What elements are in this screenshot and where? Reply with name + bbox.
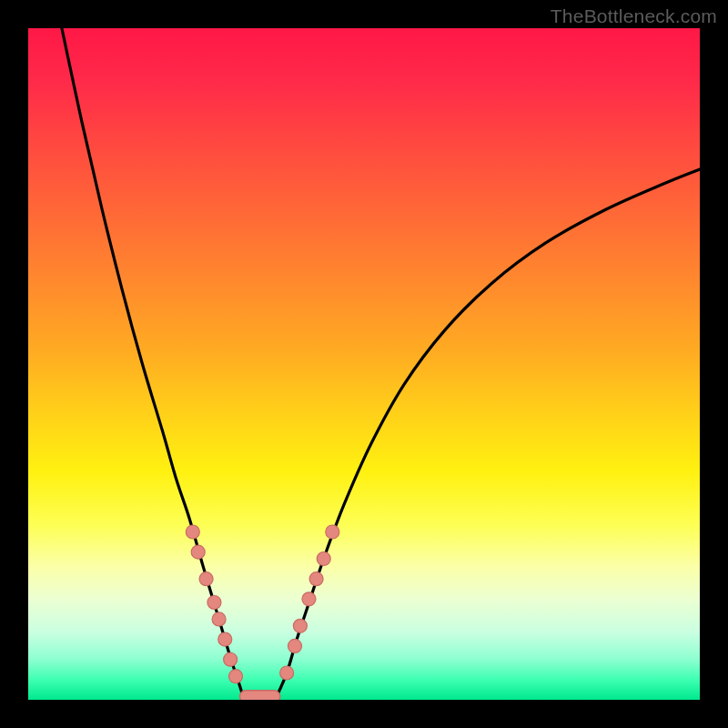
marker-left-3 [207, 595, 221, 609]
markers-right [280, 525, 339, 680]
marker-right-3 [302, 592, 316, 606]
marker-left-6 [224, 652, 238, 666]
marker-right-1 [288, 639, 301, 652]
marker-left-4 [212, 612, 226, 626]
marker-left-5 [218, 632, 232, 646]
marker-right-2 [293, 619, 307, 632]
marker-right-6 [326, 525, 339, 539]
marker-right-5 [317, 552, 330, 566]
marker-right-0 [280, 666, 294, 680]
plot-area [28, 28, 700, 700]
markers-left [186, 525, 242, 683]
marker-left-2 [199, 572, 213, 586]
marker-right-4 [309, 572, 323, 586]
curve-right-branch [277, 169, 700, 696]
marker-left-0 [186, 525, 199, 539]
marker-left-7 [229, 670, 243, 683]
marker-left-1 [191, 545, 205, 559]
chart-frame: TheBottleneck.com [0, 0, 728, 728]
plateau-bar [239, 691, 279, 700]
chart-svg [28, 28, 700, 700]
watermark-text: TheBottleneck.com [551, 5, 717, 27]
